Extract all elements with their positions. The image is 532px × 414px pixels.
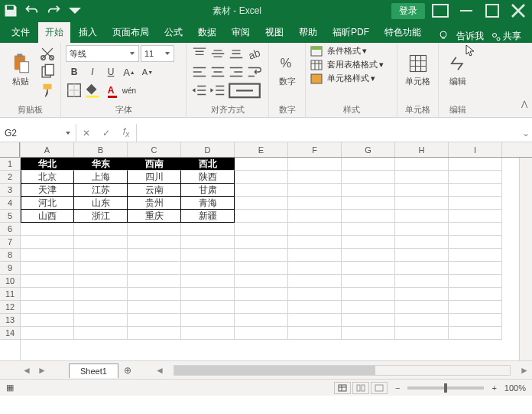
status-mode-icon[interactable]: ▦ (6, 383, 14, 393)
cell[interactable] (235, 210, 288, 223)
cell[interactable] (342, 171, 395, 184)
cell[interactable] (181, 223, 235, 236)
page-break-view-icon[interactable] (371, 382, 388, 394)
cell[interactable] (235, 327, 288, 340)
cell[interactable] (288, 288, 342, 301)
redo-icon[interactable] (46, 3, 61, 18)
paste-button[interactable]: 粘贴 (5, 45, 36, 94)
zoom-out-icon[interactable]: − (395, 383, 400, 393)
cell[interactable] (449, 301, 502, 314)
cell[interactable] (395, 158, 449, 171)
cell[interactable] (181, 275, 235, 288)
column-header[interactable]: A (21, 142, 74, 157)
tab-公式[interactable]: 公式 (157, 22, 190, 43)
cell[interactable] (235, 223, 288, 236)
cell[interactable] (235, 236, 288, 249)
cell[interactable] (235, 262, 288, 275)
row-header[interactable]: 7 (0, 236, 20, 249)
cell[interactable] (395, 236, 449, 249)
cell[interactable] (395, 223, 449, 236)
format-painter-icon[interactable] (39, 82, 56, 99)
column-header[interactable]: C (128, 142, 181, 157)
sheet-nav-next-icon[interactable]: ► (37, 365, 47, 376)
cell[interactable] (288, 184, 342, 197)
cell[interactable]: 贵州 (128, 197, 181, 210)
row-header[interactable]: 2 (0, 171, 20, 184)
cell[interactable] (128, 249, 181, 262)
cell[interactable] (342, 158, 395, 171)
tab-数据[interactable]: 数据 (191, 22, 223, 43)
copy-icon[interactable] (39, 64, 56, 80)
cell[interactable] (342, 184, 395, 197)
cell[interactable] (288, 223, 342, 236)
cell[interactable] (128, 223, 181, 236)
cell[interactable] (342, 197, 395, 210)
tab-开始[interactable]: 开始 (38, 22, 70, 43)
cell[interactable] (449, 158, 502, 171)
align-top-icon[interactable] (191, 45, 208, 62)
cell[interactable]: 西南 (128, 158, 181, 171)
cell[interactable] (288, 210, 342, 223)
formula-input[interactable] (137, 124, 520, 142)
row-header[interactable]: 8 (0, 249, 20, 262)
cell[interactable] (449, 249, 502, 262)
cell[interactable]: 云南 (128, 184, 181, 197)
cell[interactable] (342, 236, 395, 249)
cell[interactable] (342, 223, 395, 236)
cell[interactable] (21, 288, 74, 301)
collapse-ribbon-icon[interactable]: ⋀ (521, 99, 527, 108)
maximize-icon[interactable] (482, 2, 503, 19)
cell[interactable] (449, 197, 502, 210)
align-middle-icon[interactable] (209, 45, 226, 62)
font-name-combo[interactable]: 等线 (66, 45, 139, 62)
cell[interactable] (395, 197, 449, 210)
new-sheet-button[interactable]: ⊕ (118, 365, 137, 376)
tab-视图[interactable]: 视图 (258, 22, 290, 43)
cancel-formula-icon[interactable]: ✕ (76, 128, 96, 139)
qat-dropdown-icon[interactable] (67, 3, 83, 18)
cell[interactable]: 上海 (74, 171, 128, 184)
cell[interactable] (342, 210, 395, 223)
decrease-font-icon[interactable]: A▼ (139, 64, 156, 80)
cells-button[interactable]: 单元格 (402, 45, 433, 94)
hscroll-right-icon[interactable]: ► (517, 365, 532, 376)
phonetic-icon[interactable]: wén (121, 82, 138, 99)
worksheet-grid[interactable]: 1234567891011121314 ABCDEFGHI 华北华东西南西北北京… (0, 142, 532, 360)
cell[interactable] (235, 184, 288, 197)
cell[interactable] (288, 236, 342, 249)
cell[interactable]: 天津 (21, 184, 74, 197)
close-icon[interactable] (508, 2, 529, 19)
column-header[interactable]: I (449, 142, 502, 157)
conditional-format-button[interactable]: 条件格式 ▾ (310, 45, 367, 57)
cell[interactable] (128, 301, 181, 314)
cell[interactable] (74, 288, 128, 301)
hscroll-left-icon[interactable]: ◄ (152, 365, 167, 376)
cell[interactable] (128, 275, 181, 288)
cell[interactable] (395, 262, 449, 275)
cell[interactable] (449, 314, 502, 327)
row-header[interactable]: 13 (0, 314, 20, 327)
cell[interactable] (74, 236, 128, 249)
editing-button[interactable]: 编辑 (443, 45, 472, 94)
row-header[interactable]: 5 (0, 210, 20, 223)
cell[interactable] (342, 327, 395, 340)
cell[interactable] (342, 262, 395, 275)
cell[interactable] (395, 171, 449, 184)
page-layout-view-icon[interactable] (352, 382, 369, 394)
cell[interactable]: 重庆 (128, 210, 181, 223)
cell[interactable] (235, 301, 288, 314)
row-header[interactable]: 12 (0, 301, 20, 314)
column-header[interactable]: G (342, 142, 395, 157)
cell[interactable] (449, 184, 502, 197)
expand-formula-icon[interactable]: ⌄ (520, 124, 532, 142)
cell[interactable]: 华北 (21, 158, 74, 171)
cell[interactable] (235, 249, 288, 262)
cell[interactable]: 青海 (181, 197, 235, 210)
row-header[interactable]: 4 (0, 197, 20, 210)
cell[interactable] (235, 171, 288, 184)
align-right-icon[interactable] (228, 64, 245, 80)
undo-icon[interactable] (24, 3, 40, 18)
cell[interactable] (181, 314, 235, 327)
cell[interactable]: 华东 (74, 158, 128, 171)
cell[interactable]: 山东 (74, 197, 128, 210)
